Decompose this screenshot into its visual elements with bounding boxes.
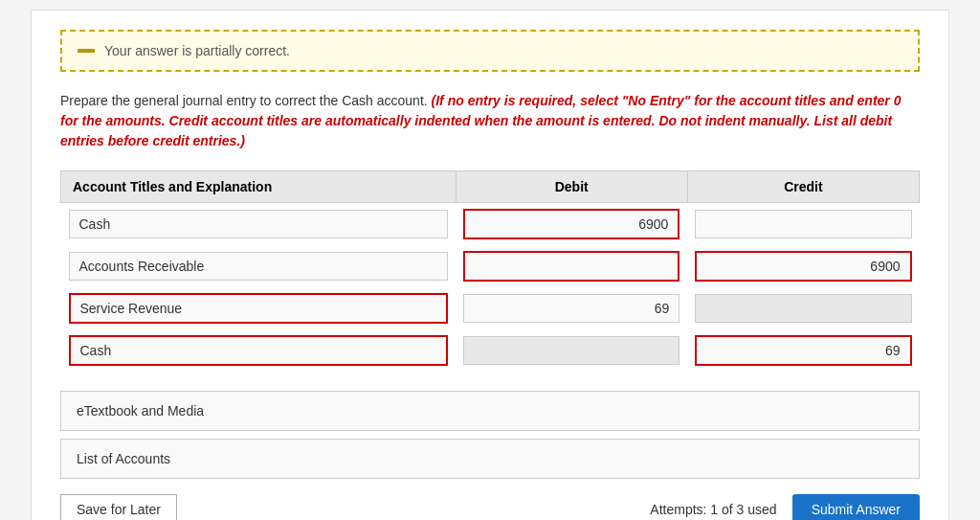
account-title-input[interactable]: [69, 293, 449, 324]
instructions-main: Prepare the general journal entry to cor…: [60, 93, 428, 108]
credit-amount-input[interactable]: [695, 251, 911, 282]
table-row: [61, 329, 920, 372]
col-header-credit: Credit: [687, 171, 919, 203]
table-row: [61, 203, 920, 246]
minus-icon: [78, 49, 95, 53]
submit-answer-button[interactable]: Submit Answer: [792, 494, 920, 520]
page-container: Your answer is partially correct. Prepar…: [31, 10, 949, 520]
credit-amount-input[interactable]: [695, 335, 911, 366]
account-title-input[interactable]: [69, 335, 449, 366]
credit-amount-input[interactable]: [695, 294, 911, 323]
instructions: Prepare the general journal entry to cor…: [60, 91, 920, 151]
credit-amount-input[interactable]: [695, 210, 911, 238]
col-header-account: Account Titles and Explanation: [61, 171, 457, 203]
etextbook-label: eTextbook and Media: [77, 403, 204, 418]
debit-amount-input[interactable]: [463, 209, 679, 239]
attempts-text: Attempts: 1 of 3 used: [650, 502, 776, 517]
footer-right: Attempts: 1 of 3 used Submit Answer: [650, 494, 920, 520]
table-row: [61, 245, 920, 287]
list-accounts-label: List of Accounts: [77, 451, 170, 466]
list-accounts-section[interactable]: List of Accounts: [60, 439, 920, 479]
debit-amount-input[interactable]: [463, 294, 679, 323]
banner-text: Your answer is partially correct.: [104, 43, 290, 58]
debit-amount-input[interactable]: [463, 251, 679, 282]
account-title-input[interactable]: [69, 252, 449, 281]
account-title-input[interactable]: [69, 210, 449, 238]
journal-table: Account Titles and Explanation Debit Cre…: [60, 170, 920, 372]
table-row: [61, 287, 920, 329]
debit-amount-input[interactable]: [463, 336, 679, 365]
save-later-button[interactable]: Save for Later: [60, 494, 177, 520]
col-header-debit: Debit: [456, 171, 687, 203]
etextbook-section[interactable]: eTextbook and Media: [60, 391, 920, 431]
partial-correct-banner: Your answer is partially correct.: [60, 30, 920, 72]
footer-bar: Save for Later Attempts: 1 of 3 used Sub…: [60, 494, 920, 520]
